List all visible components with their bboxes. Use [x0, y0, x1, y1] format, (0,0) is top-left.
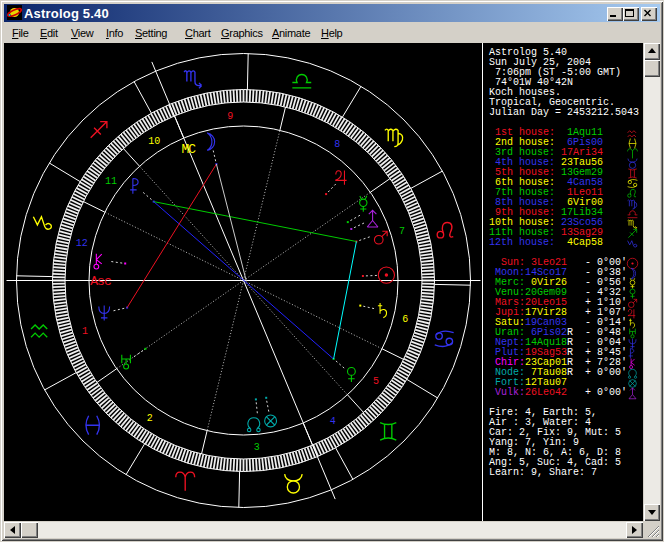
svg-text:8: 8: [334, 139, 340, 150]
svg-text:6: 6: [402, 314, 408, 325]
svg-text:3: 3: [254, 442, 260, 453]
svg-text:9: 9: [227, 111, 233, 122]
svg-text:10: 10: [148, 136, 160, 147]
svg-text:5: 5: [373, 376, 379, 387]
svg-text:MC: MC: [181, 142, 196, 157]
svg-text:1: 1: [82, 326, 88, 337]
svg-text:Asc: Asc: [90, 274, 111, 289]
svg-text:2: 2: [147, 413, 153, 424]
svg-text:7: 7: [399, 226, 405, 237]
svg-text:4: 4: [330, 416, 336, 427]
svg-text:12: 12: [76, 238, 88, 249]
svg-text:11: 11: [105, 176, 117, 187]
